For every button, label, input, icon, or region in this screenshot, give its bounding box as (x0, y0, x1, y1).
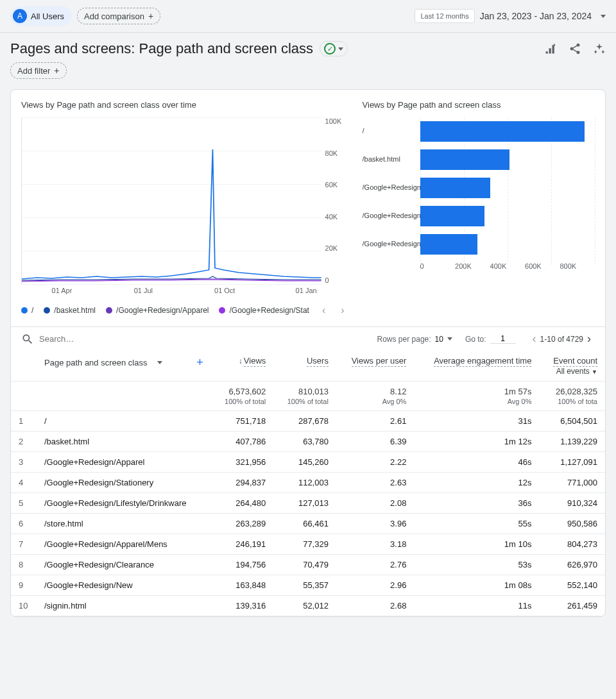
chevron-down-icon (157, 361, 162, 364)
content-card: Views by Page path and screen class over… (10, 89, 606, 617)
col-events[interactable]: Event countAll events ▼ (539, 351, 605, 382)
dimension-cell[interactable]: /Google+Redesign/Lifestyle/Drinkware (37, 493, 211, 514)
chevron-down-icon (601, 15, 606, 18)
table-controls: Rows per page: 10 Go to: ‹ 1-10 of 4729 … (11, 326, 605, 351)
legend-item[interactable]: /Google+Redesign/Stat (219, 306, 309, 315)
table-row[interactable]: 8 /Google+Redesign/Clearance 194,75670,4… (11, 555, 605, 575)
search-icon (21, 333, 34, 346)
col-vpu[interactable]: Views per user (336, 351, 414, 382)
page-title: Pages and screens: Page path and screen … (10, 40, 313, 57)
line-chart[interactable] (21, 117, 321, 284)
bar-chart[interactable]: / /basket.html /Google+Redesign/Apparel … (363, 117, 595, 284)
dimension-header[interactable]: Page path and screen class + (37, 351, 211, 382)
insights-icon[interactable] (593, 42, 606, 55)
legend-prev-icon[interactable]: ‹ (320, 305, 328, 316)
goto-input[interactable] (490, 334, 516, 344)
date-range-text: Jan 23, 2023 - Jan 23, 2024 (480, 11, 592, 21)
segment-chip[interactable]: A All Users (10, 6, 72, 26)
date-range-picker[interactable]: Last 12 months Jan 23, 2023 - Jan 23, 20… (415, 9, 606, 23)
goto-label: Go to: (465, 335, 486, 344)
table-row[interactable]: 3 /Google+Redesign/Apparel 321,956145,26… (11, 452, 605, 473)
table-row[interactable]: 10 /signin.html 139,31652,0122.6811s261,… (11, 596, 605, 616)
segment-label: All Users (31, 12, 64, 21)
legend-item[interactable]: / (21, 306, 33, 315)
check-icon: ✓ (324, 43, 336, 55)
segment-badge: A (13, 9, 27, 23)
prev-page-icon[interactable]: ‹ (529, 332, 540, 346)
table-row[interactable]: 6 /store.html 263,28966,4613.9655s950,58… (11, 514, 605, 534)
plus-icon: + (54, 65, 59, 76)
dimension-cell[interactable]: /basket.html (37, 432, 211, 452)
chart-title: Views by Page path and screen class (363, 100, 595, 110)
chevron-down-icon (338, 47, 343, 51)
header-row: Pages and screens: Page path and screen … (0, 33, 616, 57)
table-row[interactable]: 2 /basket.html 407,78663,7806.391m 12s1,… (11, 432, 605, 452)
dimension-cell[interactable]: /Google+Redesign/Stationery (37, 473, 211, 493)
chevron-down-icon (447, 337, 452, 341)
customize-icon[interactable] (544, 42, 557, 55)
data-table: Page path and screen class + ↓Views User… (11, 351, 605, 616)
table-row[interactable]: 1 / 751,718287,6782.6131s6,504,501 (11, 411, 605, 432)
topbar: A All Users Add comparison + Last 12 mon… (0, 0, 616, 33)
table-row[interactable]: 4 /Google+Redesign/Stationery 294,837112… (11, 473, 605, 493)
sort-desc-icon: ↓ (239, 357, 243, 366)
add-comparison-button[interactable]: Add comparison + (77, 8, 160, 24)
legend-item[interactable]: /basket.html (44, 306, 96, 315)
chart-title: Views by Page path and screen class over… (21, 100, 347, 110)
dimension-cell[interactable]: /signin.html (37, 596, 211, 616)
bar-chart-panel: Views by Page path and screen class / /b… (363, 100, 595, 316)
dimension-cell[interactable]: /Google+Redesign/New (37, 575, 211, 596)
col-aet[interactable]: Average engagement time (414, 351, 539, 382)
verify-chip[interactable]: ✓ (320, 41, 348, 56)
add-dimension-icon[interactable]: + (196, 356, 203, 369)
col-views[interactable]: ↓Views (211, 351, 274, 382)
table-row[interactable]: 5 /Google+Redesign/Lifestyle/Drinkware 2… (11, 493, 605, 514)
page-info: 1-10 of 4729 (540, 335, 583, 344)
dimension-cell[interactable]: /Google+Redesign/Apparel/Mens (37, 534, 211, 555)
line-chart-panel: Views by Page path and screen class over… (21, 100, 347, 316)
add-filter-button[interactable]: Add filter + (10, 62, 67, 79)
share-icon[interactable] (569, 42, 581, 55)
chart-legend: / /basket.html /Google+Redesign/Apparel … (21, 305, 347, 316)
dimension-cell[interactable]: /Google+Redesign/Clearance (37, 555, 211, 575)
dimension-cell[interactable]: /Google+Redesign/Apparel (37, 452, 211, 473)
dimension-cell[interactable]: / (37, 411, 211, 432)
table-row[interactable]: 9 /Google+Redesign/New 163,84855,3572.96… (11, 575, 605, 596)
plus-icon: + (148, 11, 153, 21)
col-users[interactable]: Users (273, 351, 336, 382)
rows-per-page-select[interactable]: 10 (435, 335, 452, 344)
search-input[interactable] (39, 334, 167, 344)
next-page-icon[interactable]: › (583, 332, 595, 346)
dimension-cell[interactable]: /store.html (37, 514, 211, 534)
x-axis: 01 Apr 01 Jul 01 Oct 01 Jan (21, 287, 347, 294)
y-axis: 100K 80K 60K 40K 20K 0 (321, 117, 347, 284)
rows-per-page-label: Rows per page: (377, 335, 431, 344)
table-row[interactable]: 7 /Google+Redesign/Apparel/Mens 246,1917… (11, 534, 605, 555)
legend-item[interactable]: /Google+Redesign/Apparel (106, 306, 209, 315)
date-preset: Last 12 months (415, 9, 474, 23)
legend-next-icon[interactable]: › (338, 305, 346, 316)
